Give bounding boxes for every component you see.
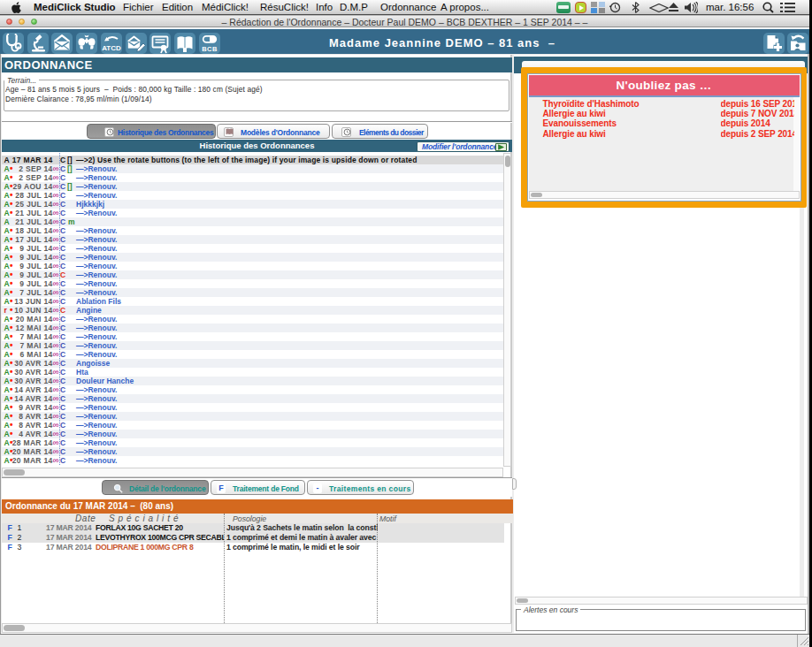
svg-text:ATCD: ATCD (102, 44, 121, 52)
svg-text:BCB: BCB (202, 45, 218, 53)
